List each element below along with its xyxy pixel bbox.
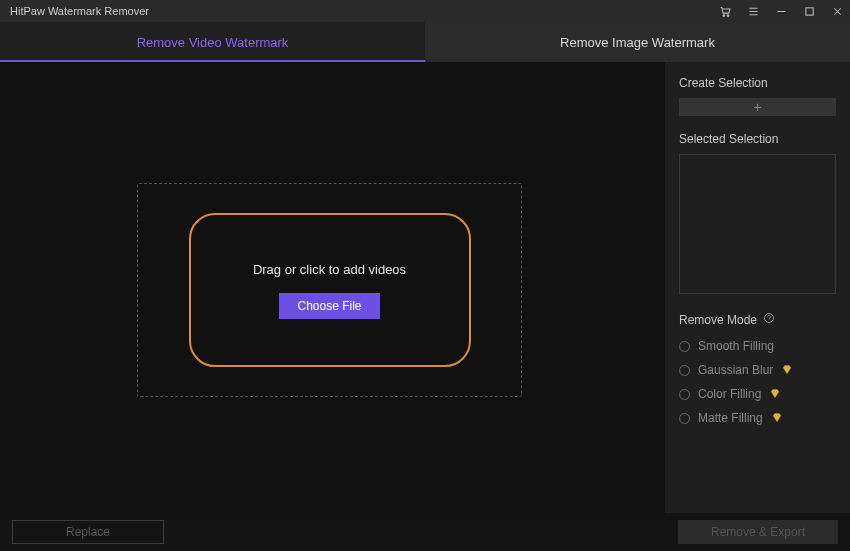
mode-matte-filling[interactable]: Matte Filling — [679, 411, 836, 425]
tabs: Remove Video Watermark Remove Image Wate… — [0, 22, 850, 62]
menu-icon[interactable] — [746, 4, 760, 18]
mode-label: Matte Filling — [698, 411, 763, 425]
cart-icon[interactable] — [718, 4, 732, 18]
mode-color-filling[interactable]: Color Filling — [679, 387, 836, 401]
create-selection-label: Create Selection — [679, 76, 836, 90]
create-selection-button[interactable]: + — [679, 98, 836, 116]
radio-icon — [679, 341, 690, 352]
close-icon[interactable] — [830, 4, 844, 18]
radio-icon — [679, 365, 690, 376]
selection-box — [679, 154, 836, 294]
maximize-icon[interactable] — [802, 4, 816, 18]
mode-gaussian-blur[interactable]: Gaussian Blur — [679, 363, 836, 377]
remove-mode-header: Remove Mode — [679, 312, 836, 327]
minimize-icon[interactable] — [774, 4, 788, 18]
plus-icon: + — [753, 99, 761, 115]
mode-label: Smooth Filling — [698, 339, 774, 353]
premium-icon — [781, 364, 793, 376]
sidebar: Create Selection + Selected Selection Re… — [665, 62, 850, 513]
premium-icon — [769, 388, 781, 400]
footer: Replace Remove & Export — [0, 513, 850, 551]
titlebar: HitPaw Watermark Remover — [0, 0, 850, 22]
svg-point-3 — [765, 314, 774, 323]
dropzone-text: Drag or click to add videos — [253, 262, 406, 277]
selected-selection-label: Selected Selection — [679, 132, 836, 146]
svg-rect-2 — [805, 7, 812, 14]
svg-point-0 — [723, 14, 725, 16]
workspace: Drag or click to add videos Choose File — [0, 62, 665, 513]
help-icon[interactable] — [763, 312, 775, 327]
radio-icon — [679, 413, 690, 424]
titlebar-controls — [718, 4, 844, 18]
tab-remove-image[interactable]: Remove Image Watermark — [425, 22, 850, 62]
remove-mode-label: Remove Mode — [679, 313, 757, 327]
radio-icon — [679, 389, 690, 400]
mode-smooth-filling[interactable]: Smooth Filling — [679, 339, 836, 353]
tab-remove-video[interactable]: Remove Video Watermark — [0, 22, 425, 62]
mode-label: Color Filling — [698, 387, 761, 401]
choose-file-button[interactable]: Choose File — [279, 293, 379, 319]
replace-button[interactable]: Replace — [12, 520, 164, 544]
mode-label: Gaussian Blur — [698, 363, 773, 377]
dropzone[interactable]: Drag or click to add videos Choose File — [137, 183, 522, 397]
dropzone-inner[interactable]: Drag or click to add videos Choose File — [189, 213, 471, 367]
svg-point-1 — [727, 14, 729, 16]
main: Drag or click to add videos Choose File … — [0, 62, 850, 513]
premium-icon — [771, 412, 783, 424]
app-title: HitPaw Watermark Remover — [10, 5, 718, 17]
remove-export-button[interactable]: Remove & Export — [678, 520, 838, 544]
